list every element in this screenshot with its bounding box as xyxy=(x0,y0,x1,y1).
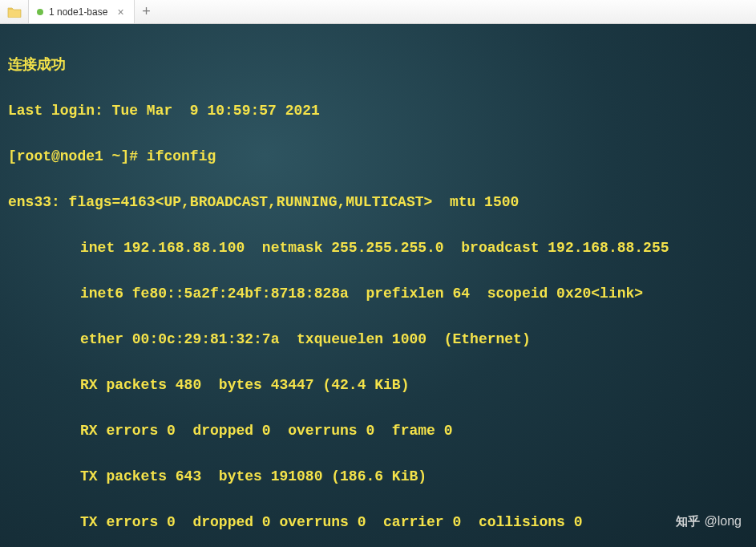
tab-label: 1 node1-base xyxy=(49,6,107,18)
last-login: Last login: Tue Mar 9 10:59:57 2021 xyxy=(8,99,748,123)
new-tab-button[interactable]: + xyxy=(135,0,159,23)
watermark-user: @long xyxy=(705,510,742,533)
ens33-rx-packets: RX packets 480 bytes 43447 (42.4 KiB) xyxy=(8,374,748,397)
folder-icon xyxy=(7,6,22,18)
ens33-header: ens33: flags=4163<UP,BROADCAST,RUNNING,M… xyxy=(8,191,748,214)
shell-prompt: [root@node1 ~]# ifconfig xyxy=(8,145,748,168)
tab-node1-base[interactable]: 1 node1-base × xyxy=(29,0,135,23)
zhihu-logo: 知乎 xyxy=(676,510,700,533)
ens33-tx-errors: TX errors 0 dropped 0 overruns 0 carrier… xyxy=(8,511,748,534)
terminal-output[interactable]: 连接成功 Last login: Tue Mar 9 10:59:57 2021… xyxy=(0,24,756,547)
ens33-rx-errors: RX errors 0 dropped 0 overruns 0 frame 0 xyxy=(8,419,748,443)
connect-message: 连接成功 xyxy=(8,54,748,77)
close-icon[interactable]: × xyxy=(115,6,125,18)
tab-status-dot xyxy=(37,9,43,15)
folder-button[interactable] xyxy=(0,0,29,23)
watermark: 知乎 @long xyxy=(676,510,742,533)
ens33-inet: inet 192.168.88.100 netmask 255.255.255.… xyxy=(8,237,748,260)
tab-bar: 1 node1-base × + xyxy=(0,0,756,24)
ens33-ether: ether 00:0c:29:81:32:7a txqueuelen 1000 … xyxy=(8,328,748,351)
ens33-tx-packets: TX packets 643 bytes 191080 (186.6 KiB) xyxy=(8,465,748,488)
ens33-inet6: inet6 fe80::5a2f:24bf:8718:828a prefixle… xyxy=(8,282,748,306)
